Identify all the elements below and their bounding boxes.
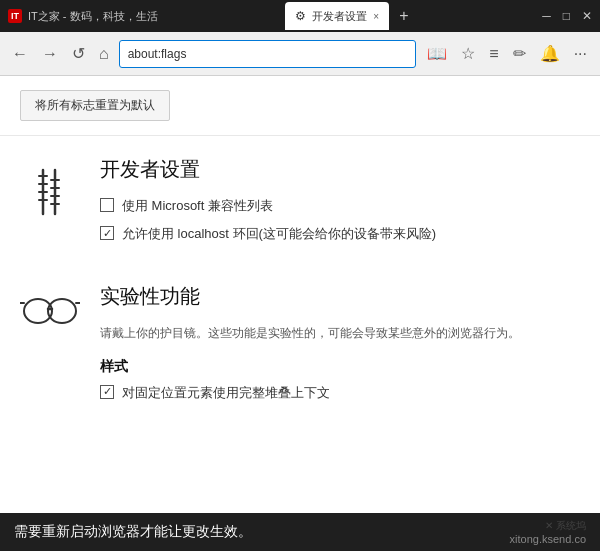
titlebar: IT IT之家 - 数码，科技，生活 ⚙ 开发者设置 × + ─ □ ✕ <box>0 0 600 32</box>
experimental-section-icon <box>20 283 80 411</box>
experimental-desc: 请戴上你的护目镜。这些功能是实验性的，可能会导致某些意外的浏览器行为。 <box>100 324 580 343</box>
checkbox-row-1: 使用 Microsoft 兼容性列表 <box>100 197 580 215</box>
it-logo: IT <box>8 9 22 23</box>
experimental-subtitle: 样式 <box>100 358 580 376</box>
toolbar-right: 📖 ☆ ≡ ✏ 🔔 ··· <box>422 40 592 67</box>
address-bar[interactable] <box>119 40 417 68</box>
checkbox-compatibility[interactable] <box>100 198 114 212</box>
checkbox-row-2: 允许使用 localhost 环回(这可能会给你的设备带来风险) <box>100 225 580 243</box>
close-button[interactable]: ✕ <box>582 9 592 23</box>
home-button[interactable]: ⌂ <box>95 41 113 67</box>
tab-icon: ⚙ <box>295 9 306 23</box>
hub-icon[interactable]: ≡ <box>484 41 503 67</box>
watermark: ✕ 系统坞 xitong.ksend.co <box>510 519 586 545</box>
reset-flags-button[interactable]: 将所有标志重置为默认 <box>20 90 170 121</box>
statusbar: 需要重新启动浏览器才能让更改生效。 ✕ 系统坞 xitong.ksend.co <box>0 513 600 551</box>
forward-button[interactable]: → <box>38 41 62 67</box>
checkbox-row-stacking: 对固定位置元素使用完整堆叠上下文 <box>100 384 580 402</box>
watermark-url: xitong.ksend.co <box>510 533 586 545</box>
developer-title: 开发者设置 <box>100 156 580 183</box>
window-controls: ─ □ ✕ <box>542 9 592 23</box>
refresh-button[interactable]: ↺ <box>68 40 89 67</box>
developer-section-icon <box>20 156 80 253</box>
checkbox-stacking[interactable] <box>100 385 114 399</box>
tab-close-button[interactable]: × <box>373 11 379 22</box>
checkbox-localhost-label: 允许使用 localhost 环回(这可能会给你的设备带来风险) <box>122 225 436 243</box>
experimental-section: 实验性功能 请戴上你的护目镜。这些功能是实验性的，可能会导致某些意外的浏览器行为… <box>0 263 600 421</box>
tab-title: 开发者设置 <box>312 9 367 24</box>
tab-area: ⚙ 开发者设置 × + <box>285 2 414 30</box>
checkbox-compatibility-label: 使用 Microsoft 兼容性列表 <box>122 197 273 215</box>
experimental-title: 实验性功能 <box>100 283 580 310</box>
web-note-icon[interactable]: ✏ <box>508 40 531 67</box>
developer-section: 开发者设置 使用 Microsoft 兼容性列表 允许使用 localhost … <box>0 136 600 263</box>
back-button[interactable]: ← <box>8 41 32 67</box>
maximize-button[interactable]: □ <box>563 9 570 23</box>
titlebar-left: IT IT之家 - 数码，科技，生活 <box>8 9 158 24</box>
checkbox-stacking-label: 对固定位置元素使用完整堆叠上下文 <box>122 384 330 402</box>
developer-section-content: 开发者设置 使用 Microsoft 兼容性列表 允许使用 localhost … <box>100 156 580 253</box>
main-content: 将所有标志重置为默认 开发者设置 使用 Microsoft 兼容 <box>0 76 600 513</box>
more-icon[interactable]: ··· <box>569 41 592 67</box>
favorites-icon[interactable]: ☆ <box>456 40 480 67</box>
active-tab[interactable]: ⚙ 开发者设置 × <box>285 2 389 30</box>
reset-bar: 将所有标志重置为默认 <box>0 76 600 136</box>
checkbox-localhost[interactable] <box>100 226 114 240</box>
experimental-section-content: 实验性功能 请戴上你的护目镜。这些功能是实验性的，可能会导致某些意外的浏览器行为… <box>100 283 580 411</box>
minimize-button[interactable]: ─ <box>542 9 551 23</box>
share-icon[interactable]: 🔔 <box>535 40 565 67</box>
browser-toolbar: ← → ↺ ⌂ 📖 ☆ ≡ ✏ 🔔 ··· <box>0 32 600 76</box>
site-label: IT之家 - 数码，科技，生活 <box>28 9 158 24</box>
reading-view-icon[interactable]: 📖 <box>422 40 452 67</box>
new-tab-button[interactable]: + <box>393 7 414 25</box>
statusbar-text: 需要重新启动浏览器才能让更改生效。 <box>14 523 252 541</box>
